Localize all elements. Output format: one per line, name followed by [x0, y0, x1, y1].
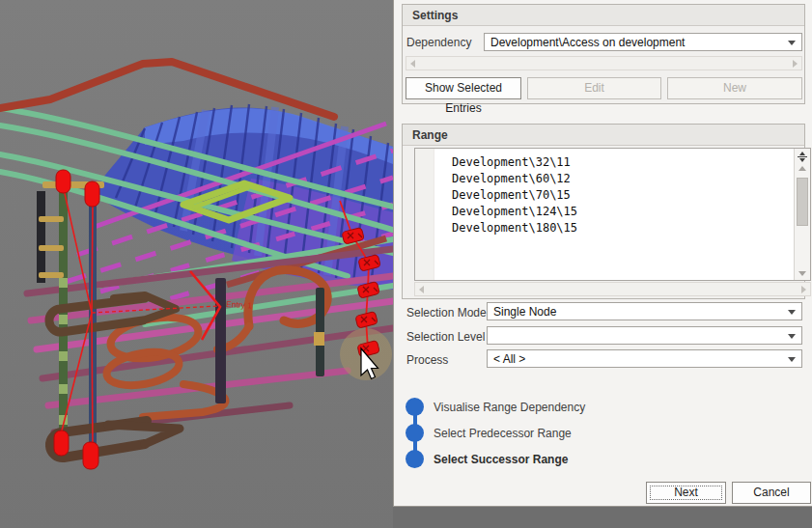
step-dot-icon	[406, 398, 424, 416]
application-window: Entry 1 Settings Dependency Development\…	[0, 0, 812, 528]
cancel-button[interactable]: Cancel	[732, 482, 811, 504]
range-list-item[interactable]: Development\124\15	[452, 205, 577, 221]
entry-label: Entry 1	[226, 299, 253, 310]
scroll-right-icon	[801, 286, 806, 293]
new-button: New	[667, 77, 802, 99]
range-group: Range Development\32\11 Development\60\1…	[402, 124, 805, 299]
process-label: Process	[406, 353, 448, 367]
selection-mode-combobox[interactable]: Single Node	[487, 302, 802, 320]
step-visualise-range-dependency: Visualise Range Dependency	[434, 401, 585, 414]
dependency-combobox[interactable]: Development\Access on development	[484, 33, 802, 51]
step-dot-icon	[406, 424, 424, 442]
scroll-left-icon	[410, 60, 415, 68]
step-select-predecessor-range: Select Predecessor Range	[434, 427, 572, 440]
scroll-up-icon[interactable]	[798, 166, 806, 171]
3d-viewport[interactable]: Entry 1	[0, 0, 393, 528]
settings-hscrollbar	[406, 56, 802, 70]
range-list-item[interactable]: Development\32\11	[452, 155, 571, 172]
scrollbar-thumb[interactable]	[797, 178, 808, 226]
step-select-successor-range: Select Successor Range	[434, 453, 568, 466]
range-list-item[interactable]: Development\180\15	[452, 221, 577, 237]
range-vscrollbar[interactable]	[794, 149, 810, 280]
chevron-down-icon[interactable]	[788, 310, 796, 315]
range-group-title: Range	[403, 125, 804, 146]
selection-level-label: Selection Level	[406, 330, 485, 344]
range-list-item[interactable]: Development\70\15	[452, 188, 571, 205]
settings-group-title: Settings	[403, 5, 804, 26]
range-list-gutter	[415, 149, 434, 280]
process-value: < All >	[493, 352, 525, 366]
selection-mode-value: Single Node	[493, 305, 556, 319]
range-listbox[interactable]: Development\32\11 Development\60\12 Deve…	[414, 148, 811, 281]
3d-scene[interactable]: Entry 1	[0, 0, 393, 528]
process-combobox[interactable]: < All >	[487, 349, 802, 368]
step-dot-icon	[406, 450, 424, 468]
selection-level-combobox[interactable]	[487, 326, 802, 345]
splitter-icon[interactable]	[797, 151, 808, 162]
dependency-value: Development\Access on development	[490, 36, 685, 49]
range-list-item[interactable]: Development\60\12	[452, 172, 571, 188]
scroll-down-icon[interactable]	[798, 271, 806, 276]
show-selected-entries-button[interactable]: Show Selected Entries	[406, 77, 521, 99]
scroll-right-icon	[793, 60, 798, 68]
edit-button: Edit	[527, 77, 661, 99]
dependency-wizard-panel: Settings Dependency Development\Access o…	[393, 0, 812, 507]
chevron-down-icon[interactable]	[788, 357, 796, 362]
dependency-label: Dependency	[406, 36, 471, 49]
chevron-down-icon[interactable]	[788, 334, 796, 339]
chevron-down-icon[interactable]	[788, 41, 796, 45]
selection-mode-label: Selection Mode	[406, 306, 487, 320]
next-button[interactable]: Next	[646, 482, 726, 504]
range-hscrollbar	[414, 282, 811, 296]
scroll-left-icon	[419, 286, 424, 293]
